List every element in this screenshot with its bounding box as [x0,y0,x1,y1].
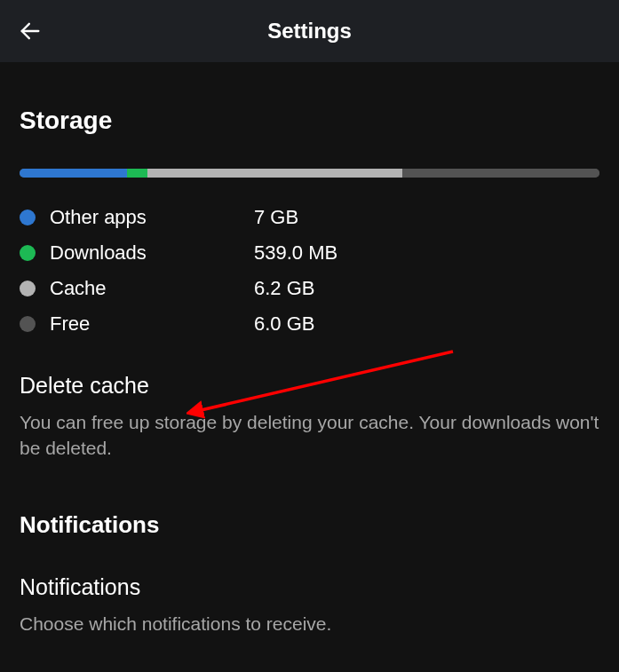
legend-value: 6.2 GB [254,277,314,300]
bar-segment-downloads [127,169,147,178]
settings-content: Storage Other apps 7 GB Downloads 539.0 … [0,62,619,636]
legend-row-cache: Cache 6.2 GB [20,277,599,300]
legend-row-downloads: Downloads 539.0 MB [20,241,599,265]
legend-label: Other apps [50,206,254,229]
notifications-item[interactable]: Notifications Choose which notifications… [20,574,599,636]
notifications-item-title: Notifications [20,574,599,600]
back-button[interactable] [16,17,44,45]
legend-label: Downloads [50,241,254,265]
notifications-section-title: Notifications [20,511,599,539]
legend-row-free: Free 6.0 GB [20,312,599,336]
bar-segment-free [402,169,599,178]
dot-icon [20,210,36,225]
delete-cache-desc: You can free up storage by deleting your… [20,409,599,462]
page-title: Settings [0,19,619,43]
notifications-item-desc: Choose which notifications to receive. [20,611,599,636]
delete-cache-title: Delete cache [20,373,599,399]
delete-cache-item[interactable]: Delete cache You can free up storage by … [20,373,599,462]
dot-icon [20,281,36,296]
back-arrow-icon [18,19,43,43]
storage-legend: Other apps 7 GB Downloads 539.0 MB Cache… [20,206,599,336]
header-bar: Settings [0,0,619,62]
bar-segment-cache [147,169,402,178]
legend-row-other-apps: Other apps 7 GB [20,206,599,229]
legend-label: Cache [50,277,254,300]
legend-value: 6.0 GB [254,312,314,336]
legend-value: 539.0 MB [254,241,337,265]
storage-usage-bar [20,169,599,178]
legend-value: 7 GB [254,206,298,229]
dot-icon [20,316,36,332]
dot-icon [20,245,36,261]
storage-section-title: Storage [20,107,599,135]
legend-label: Free [50,312,254,336]
bar-segment-other-apps [20,169,127,178]
